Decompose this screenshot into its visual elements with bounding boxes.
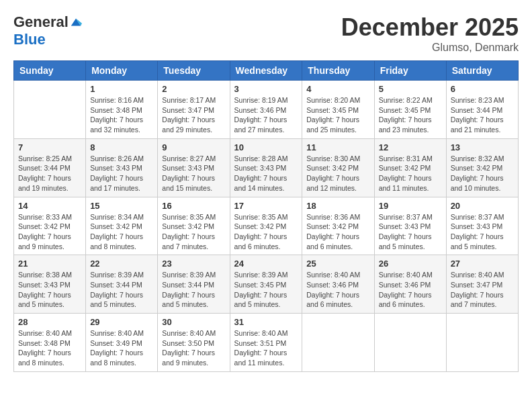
day-info: Sunrise: 8:26 AMSunset: 3:43 PMDaylight:…	[90, 154, 153, 193]
calendar-header-thursday: Thursday	[302, 61, 374, 81]
day-number: 5	[379, 84, 442, 94]
day-number: 30	[162, 317, 225, 327]
calendar-cell: 19Sunrise: 8:37 AMSunset: 3:43 PMDayligh…	[374, 197, 446, 255]
calendar-header-tuesday: Tuesday	[158, 61, 230, 81]
calendar-week-2: 7Sunrise: 8:25 AMSunset: 3:44 PMDaylight…	[14, 138, 519, 197]
calendar-table: SundayMondayTuesdayWednesdayThursdayFrid…	[13, 60, 519, 372]
day-info: Sunrise: 8:30 AMSunset: 3:42 PMDaylight:…	[306, 154, 369, 193]
logo-general-text: General	[13, 13, 69, 31]
day-info: Sunrise: 8:39 AMSunset: 3:45 PMDaylight:…	[234, 270, 298, 310]
day-number: 9	[162, 142, 225, 152]
day-number: 8	[90, 142, 153, 152]
calendar-header-wednesday: Wednesday	[230, 61, 302, 81]
calendar-cell: 24Sunrise: 8:39 AMSunset: 3:45 PMDayligh…	[230, 255, 302, 314]
calendar-cell: 9Sunrise: 8:27 AMSunset: 3:43 PMDaylight…	[158, 138, 230, 197]
calendar-cell: 29Sunrise: 8:40 AMSunset: 3:49 PMDayligh…	[86, 314, 158, 372]
calendar-cell: 18Sunrise: 8:36 AMSunset: 3:42 PMDayligh…	[302, 197, 374, 255]
day-info: Sunrise: 8:31 AMSunset: 3:42 PMDaylight:…	[379, 154, 442, 193]
day-number: 24	[234, 259, 298, 269]
day-number: 28	[18, 317, 81, 327]
day-number: 13	[451, 142, 514, 152]
calendar-header-monday: Monday	[86, 61, 158, 81]
location-text: Glumso, Denmark	[341, 42, 519, 54]
day-number: 6	[451, 84, 514, 94]
day-number: 27	[451, 259, 514, 269]
day-info: Sunrise: 8:39 AMSunset: 3:44 PMDaylight:…	[90, 270, 153, 310]
day-info: Sunrise: 8:19 AMSunset: 3:46 PMDaylight:…	[234, 95, 298, 135]
day-number: 7	[18, 142, 81, 152]
day-info: Sunrise: 8:25 AMSunset: 3:44 PMDaylight:…	[18, 154, 81, 193]
day-number: 14	[18, 201, 81, 211]
calendar-cell: 23Sunrise: 8:39 AMSunset: 3:44 PMDayligh…	[158, 255, 230, 314]
day-info: Sunrise: 8:34 AMSunset: 3:42 PMDaylight:…	[90, 212, 153, 252]
day-number: 22	[90, 259, 153, 269]
calendar-header-friday: Friday	[374, 61, 446, 81]
day-number: 15	[90, 201, 153, 211]
day-info: Sunrise: 8:40 AMSunset: 3:51 PMDaylight:…	[234, 328, 298, 368]
calendar-cell: 20Sunrise: 8:37 AMSunset: 3:43 PMDayligh…	[446, 197, 518, 255]
page-header: General Blue December 2025 Glumso, Denma…	[13, 13, 519, 54]
calendar-cell: 6Sunrise: 8:23 AMSunset: 3:44 PMDaylight…	[446, 81, 518, 139]
day-number: 16	[162, 201, 225, 211]
day-info: Sunrise: 8:38 AMSunset: 3:43 PMDaylight:…	[18, 270, 81, 310]
calendar-cell: 14Sunrise: 8:33 AMSunset: 3:42 PMDayligh…	[14, 197, 86, 255]
calendar-cell: 13Sunrise: 8:32 AMSunset: 3:42 PMDayligh…	[446, 138, 518, 197]
calendar-cell: 3Sunrise: 8:19 AMSunset: 3:46 PMDaylight…	[230, 81, 302, 139]
calendar-cell: 21Sunrise: 8:38 AMSunset: 3:43 PMDayligh…	[14, 255, 86, 314]
calendar-week-3: 14Sunrise: 8:33 AMSunset: 3:42 PMDayligh…	[14, 197, 519, 255]
calendar-header-sunday: Sunday	[14, 61, 86, 81]
day-info: Sunrise: 8:23 AMSunset: 3:44 PMDaylight:…	[451, 95, 514, 135]
title-section: December 2025 Glumso, Denmark	[341, 13, 519, 54]
day-number: 2	[162, 84, 225, 94]
day-info: Sunrise: 8:17 AMSunset: 3:47 PMDaylight:…	[162, 95, 225, 135]
day-number: 18	[306, 201, 369, 211]
calendar-week-4: 21Sunrise: 8:38 AMSunset: 3:43 PMDayligh…	[14, 255, 519, 314]
calendar-cell: 5Sunrise: 8:22 AMSunset: 3:45 PMDaylight…	[374, 81, 446, 139]
day-info: Sunrise: 8:20 AMSunset: 3:45 PMDaylight:…	[306, 95, 369, 135]
calendar-cell: 10Sunrise: 8:28 AMSunset: 3:43 PMDayligh…	[230, 138, 302, 197]
calendar-week-1: 1Sunrise: 8:16 AMSunset: 3:48 PMDaylight…	[14, 81, 519, 139]
day-info: Sunrise: 8:27 AMSunset: 3:43 PMDaylight:…	[162, 154, 225, 193]
day-number: 1	[90, 84, 153, 94]
day-number: 17	[234, 201, 298, 211]
day-info: Sunrise: 8:40 AMSunset: 3:49 PMDaylight:…	[90, 328, 153, 368]
calendar-cell: 28Sunrise: 8:40 AMSunset: 3:48 PMDayligh…	[14, 314, 86, 372]
day-number: 31	[234, 317, 298, 327]
calendar-cell: 27Sunrise: 8:40 AMSunset: 3:47 PMDayligh…	[446, 255, 518, 314]
calendar-cell: 7Sunrise: 8:25 AMSunset: 3:44 PMDaylight…	[14, 138, 86, 197]
day-number: 25	[306, 259, 369, 269]
day-info: Sunrise: 8:40 AMSunset: 3:50 PMDaylight:…	[162, 328, 225, 368]
day-info: Sunrise: 8:40 AMSunset: 3:48 PMDaylight:…	[18, 328, 81, 368]
day-number: 19	[379, 201, 442, 211]
logo: General Blue	[13, 13, 82, 48]
calendar-cell: 8Sunrise: 8:26 AMSunset: 3:43 PMDaylight…	[86, 138, 158, 197]
day-info: Sunrise: 8:22 AMSunset: 3:45 PMDaylight:…	[379, 95, 442, 135]
calendar-cell: 26Sunrise: 8:40 AMSunset: 3:46 PMDayligh…	[374, 255, 446, 314]
calendar-cell: 17Sunrise: 8:35 AMSunset: 3:42 PMDayligh…	[230, 197, 302, 255]
day-number: 23	[162, 259, 225, 269]
logo-blue-text: Blue	[13, 31, 46, 48]
day-number: 21	[18, 259, 81, 269]
day-info: Sunrise: 8:35 AMSunset: 3:42 PMDaylight:…	[162, 212, 225, 252]
calendar-cell	[446, 314, 518, 372]
calendar-header-row: SundayMondayTuesdayWednesdayThursdayFrid…	[14, 61, 519, 81]
day-info: Sunrise: 8:16 AMSunset: 3:48 PMDaylight:…	[90, 95, 153, 135]
day-info: Sunrise: 8:33 AMSunset: 3:42 PMDaylight:…	[18, 212, 81, 252]
calendar-cell: 12Sunrise: 8:31 AMSunset: 3:42 PMDayligh…	[374, 138, 446, 197]
calendar-cell	[302, 314, 374, 372]
day-number: 29	[90, 317, 153, 327]
calendar-cell: 1Sunrise: 8:16 AMSunset: 3:48 PMDaylight…	[86, 81, 158, 139]
month-title: December 2025	[341, 13, 519, 42]
day-info: Sunrise: 8:36 AMSunset: 3:42 PMDaylight:…	[306, 212, 369, 252]
day-number: 3	[234, 84, 298, 94]
day-number: 20	[451, 201, 514, 211]
calendar-cell: 11Sunrise: 8:30 AMSunset: 3:42 PMDayligh…	[302, 138, 374, 197]
day-info: Sunrise: 8:39 AMSunset: 3:44 PMDaylight:…	[162, 270, 225, 310]
calendar-cell: 16Sunrise: 8:35 AMSunset: 3:42 PMDayligh…	[158, 197, 230, 255]
calendar-cell: 25Sunrise: 8:40 AMSunset: 3:46 PMDayligh…	[302, 255, 374, 314]
day-info: Sunrise: 8:40 AMSunset: 3:46 PMDaylight:…	[379, 270, 442, 310]
calendar-cell: 4Sunrise: 8:20 AMSunset: 3:45 PMDaylight…	[302, 81, 374, 139]
day-info: Sunrise: 8:28 AMSunset: 3:43 PMDaylight:…	[234, 154, 298, 193]
day-info: Sunrise: 8:32 AMSunset: 3:42 PMDaylight:…	[451, 154, 514, 193]
calendar-week-5: 28Sunrise: 8:40 AMSunset: 3:48 PMDayligh…	[14, 314, 519, 372]
